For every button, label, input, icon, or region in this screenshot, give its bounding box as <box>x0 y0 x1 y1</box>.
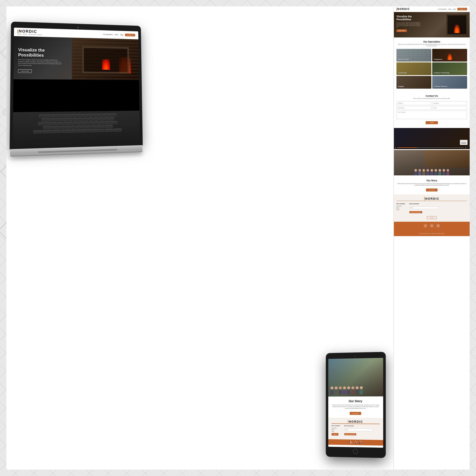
preview-contact-btn[interactable]: Contact Us <box>457 8 467 10</box>
specialty-outdoor[interactable]: Outdoor Finishings <box>432 62 467 75</box>
footer-keep-up-btn[interactable]: Keep me up to date! <box>344 433 356 435</box>
tablet-story-text: Nordic is proudly serving communities fo… <box>332 404 380 409</box>
laptop-hero: Visualize the Possibilities Brick, Stone… <box>14 36 139 80</box>
laptop-camera <box>77 27 79 28</box>
preview-body <box>434 171 437 175</box>
preview-nav-specialties[interactable]: Our Specialties <box>438 8 447 10</box>
twitter-icon[interactable]: 𝕏 <box>354 441 357 444</box>
preview-body <box>426 171 429 175</box>
footer-twitter-icon[interactable]: 𝕏 <box>430 224 434 228</box>
key <box>68 122 73 125</box>
tablet-home-button[interactable] <box>353 449 358 454</box>
person-head <box>339 386 342 389</box>
phone-input[interactable] <box>432 106 467 110</box>
preview-hero: Visualize the Possibilities Brick, Stone… <box>394 12 470 37</box>
key <box>50 114 55 118</box>
key <box>87 125 91 128</box>
preview-learn-more-btn[interactable]: Learn More <box>426 188 438 191</box>
footer-email-input[interactable] <box>344 428 373 431</box>
tablet-learn-more[interactable]: Learn More <box>350 412 361 415</box>
specialty-label-custom: Custom Request <box>434 85 447 87</box>
preview-p1 <box>414 169 417 175</box>
nav-link-specialties[interactable]: Our Specialties <box>103 34 113 35</box>
key <box>71 114 76 117</box>
laptop-hero-cta[interactable]: Contact Nordic <box>18 69 32 73</box>
preview-footer-loc-2[interactable]: Milner <box>396 207 405 209</box>
footer-logo-accent <box>424 197 425 200</box>
volume-icon[interactable]: 🔊 <box>465 147 466 148</box>
play-icon[interactable]: ▶ <box>395 147 396 148</box>
preview-nav-blog[interactable]: Blog <box>453 8 456 10</box>
footer-linkedin-icon[interactable]: in <box>436 224 440 228</box>
key <box>103 114 108 117</box>
form-submit-wrapper: Submit <box>396 120 467 124</box>
laptop-contact-btn[interactable]: Contact Us <box>125 34 135 37</box>
preview-footer-contact: Contact <box>396 215 467 219</box>
preview-footer-submit[interactable]: Keep me up to date! <box>409 211 422 213</box>
preview-story-text: Nordic is proudly serving communities fo… <box>396 183 467 186</box>
footer-contact-btn[interactable]: Contact <box>332 433 339 436</box>
specialty-custom[interactable]: Custom Request <box>432 76 467 89</box>
linkedin-icon[interactable]: in <box>359 441 362 444</box>
person-head <box>347 386 350 389</box>
footer-loc-3[interactable]: Norse <box>332 430 340 432</box>
key <box>66 114 71 117</box>
preview-body <box>438 171 441 175</box>
specialty-landscape[interactable]: Landscape <box>396 62 431 75</box>
preview-footer-contact-btn[interactable]: Contact <box>427 216 437 219</box>
contact-desc: Reach out to Nordic and we'll be happy t… <box>396 98 467 100</box>
fireplace-icon <box>447 53 452 60</box>
fireplace-surround <box>82 46 129 74</box>
preview-footer-logo: NORDIC <box>396 197 467 201</box>
person-3 <box>339 386 342 394</box>
key <box>98 114 102 117</box>
preview-story: Our Story Nordic is proudly serving comm… <box>394 176 470 194</box>
key-shift <box>43 126 54 129</box>
person-body <box>360 390 363 394</box>
person-head <box>356 386 358 389</box>
tablet-footer-logo: NORDIC <box>332 420 380 424</box>
nav-link-about[interactable]: About <box>115 34 118 35</box>
preview-team-photo <box>394 150 470 175</box>
specialty-brick-stone[interactable]: Brick & Stone <box>396 49 431 62</box>
preview-footer-loc-1[interactable]: Alexandria <box>396 205 405 207</box>
preview-footer-email[interactable] <box>409 206 439 209</box>
preview-fire <box>454 25 460 33</box>
devices-section: NORDIC BRICK · STONE · FIREPLACES · SUPP… <box>6 6 393 470</box>
last-name-input[interactable] <box>432 101 467 105</box>
laptop-screen: NORDIC BRICK · STONE · FIREPLACES · SUPP… <box>13 28 139 112</box>
keyboard-rows <box>16 113 137 134</box>
preview-footer-loc-3[interactable]: Norse <box>396 209 405 211</box>
key <box>82 114 87 117</box>
key <box>60 126 65 129</box>
facebook-icon[interactable]: f <box>349 441 352 444</box>
specialty-fireplaces[interactable]: Fireplaces <box>432 49 467 62</box>
specialty-supply[interactable]: Supply <box>396 76 431 89</box>
preview-head <box>442 169 445 171</box>
person-body <box>335 390 338 394</box>
laptop-site-nav: Our Specialties About Blog Contact Us <box>103 33 135 37</box>
preview-nav-about[interactable]: About <box>448 8 452 10</box>
person-4 <box>343 386 346 394</box>
preview-fireplace-surround <box>446 14 468 35</box>
person-1 <box>330 387 334 394</box>
form-name-row <box>396 101 467 105</box>
key <box>63 122 67 125</box>
preview-hero-cta[interactable]: Contact Nordic <box>396 29 407 32</box>
email-input[interactable] <box>396 106 431 110</box>
footer-facebook-icon[interactable]: f <box>424 224 427 228</box>
video-progress-bar <box>397 147 464 148</box>
nav-link-blog[interactable]: Blog <box>120 34 123 35</box>
key <box>84 121 89 125</box>
key <box>82 125 86 129</box>
laptop-mockup: NORDIC BRICK · STONE · FIREPLACES · SUPP… <box>10 22 143 157</box>
fullscreen-icon[interactable]: ⛶ <box>467 147 468 148</box>
video-controls[interactable]: ▶ 🔊 ⛶ <box>394 147 470 148</box>
submit-button[interactable]: Submit <box>426 121 438 124</box>
team-people <box>330 386 363 394</box>
preview-body <box>418 171 421 175</box>
preview-p9 <box>446 169 449 175</box>
message-textarea[interactable] <box>396 111 467 119</box>
first-name-input[interactable] <box>396 101 431 105</box>
person-head <box>343 386 346 389</box>
